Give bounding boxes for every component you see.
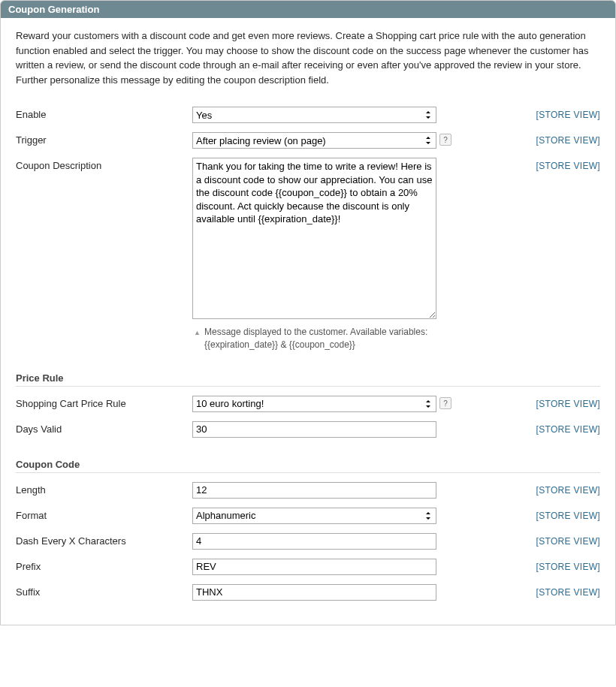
help-icon[interactable]: ? — [439, 397, 451, 409]
heading-coupon-code: Coupon Code — [16, 459, 600, 473]
select-format[interactable]: Alphanumeric — [192, 508, 436, 524]
hint-arrow-icon: ▲ — [194, 328, 201, 338]
scope-dash[interactable]: [STORE VIEW] — [536, 536, 600, 547]
label-days-valid: Days Valid — [16, 421, 192, 435]
select-trigger[interactable]: After placing review (on page) — [192, 132, 436, 149]
help-icon[interactable]: ? — [439, 134, 451, 146]
label-length: Length — [16, 482, 192, 496]
row-length: Length [STORE VIEW] — [16, 482, 600, 499]
scope-prefix[interactable]: [STORE VIEW] — [536, 562, 600, 572]
scope-shopping-cart-price-rule[interactable]: [STORE VIEW] — [536, 399, 600, 409]
row-coupon-description: Coupon Description ▲ Message displayed t… — [16, 158, 600, 351]
label-enable: Enable — [16, 107, 192, 120]
panel-title: Coupon Generation — [8, 4, 99, 15]
label-format: Format — [16, 508, 192, 521]
input-suffix[interactable] — [192, 584, 436, 601]
panel-header: Coupon Generation — [1, 1, 615, 18]
label-suffix: Suffix — [16, 584, 192, 598]
input-dash[interactable] — [192, 533, 436, 550]
row-enable: Enable Yes [STORE VIEW] — [16, 107, 600, 123]
label-shopping-cart-price-rule: Shopping Cart Price Rule — [16, 396, 192, 409]
textarea-coupon-description[interactable] — [192, 158, 436, 319]
panel-body: Reward your customers with a discount co… — [1, 18, 615, 625]
row-shopping-cart-price-rule: Shopping Cart Price Rule 10 euro korting… — [16, 396, 600, 412]
label-dash: Dash Every X Characters — [16, 533, 192, 547]
scope-format[interactable]: [STORE VIEW] — [536, 511, 600, 521]
input-length[interactable] — [192, 482, 436, 499]
label-coupon-description: Coupon Description — [16, 158, 192, 171]
scope-coupon-description[interactable]: [STORE VIEW] — [536, 161, 600, 171]
scope-suffix[interactable]: [STORE VIEW] — [536, 587, 600, 598]
heading-price-rule: Price Rule — [16, 372, 600, 387]
row-suffix: Suffix [STORE VIEW] — [16, 584, 600, 601]
scope-days-valid[interactable]: [STORE VIEW] — [536, 424, 600, 435]
select-shopping-cart-price-rule[interactable]: 10 euro korting! — [192, 396, 436, 412]
scope-length[interactable]: [STORE VIEW] — [536, 485, 600, 496]
input-prefix[interactable] — [192, 559, 436, 575]
row-dash: Dash Every X Characters [STORE VIEW] — [16, 533, 600, 550]
label-trigger: Trigger — [16, 132, 192, 146]
row-prefix: Prefix [STORE VIEW] — [16, 559, 600, 575]
scope-trigger[interactable]: [STORE VIEW] — [536, 135, 600, 146]
row-days-valid: Days Valid [STORE VIEW] — [16, 421, 600, 438]
label-prefix: Prefix — [16, 559, 192, 572]
row-trigger: Trigger After placing review (on page) ?… — [16, 132, 600, 149]
input-days-valid[interactable] — [192, 421, 436, 438]
scope-enable[interactable]: [STORE VIEW] — [536, 110, 600, 120]
row-format: Format Alphanumeric [STORE VIEW] — [16, 508, 600, 524]
hint-coupon-description: ▲ Message displayed to the customer. Ava… — [192, 326, 436, 351]
intro-text: Reward your customers with a discount co… — [16, 29, 600, 87]
coupon-generation-panel: Coupon Generation Reward your customers … — [0, 0, 616, 625]
select-enable[interactable]: Yes — [192, 107, 436, 123]
